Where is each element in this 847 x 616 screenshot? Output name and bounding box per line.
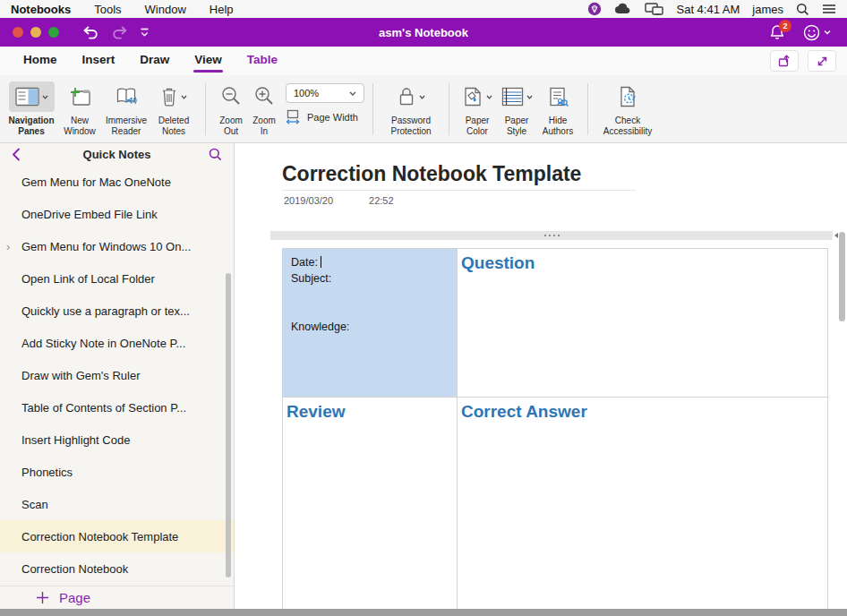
menubar-menu-item[interactable]: Window [145,3,186,16]
text-cursor [321,256,321,268]
displays-icon[interactable] [645,3,663,16]
back-button[interactable] [12,148,21,161]
page-list-item[interactable]: › Draw with Gem's Ruler [0,359,234,391]
redo-icon[interactable] [111,26,128,39]
notification-center-icon[interactable] [822,4,836,14]
menubar-menu-item[interactable]: Help [210,3,234,16]
page-item-label: Gem Menu for Mac OneNote [21,175,171,189]
add-page-label: Page [59,590,90,605]
zoom-level-value: 100% [294,88,319,98]
customize-toolbar-icon[interactable] [140,28,150,38]
add-page-button[interactable]: Page [0,586,234,609]
paper-style-button[interactable]: Paper Style [497,81,536,136]
close-window-button[interactable] [13,27,23,38]
share-button[interactable] [770,50,799,72]
page-item-label: Phonetics [21,466,73,479]
button-label: Navigation Panes [5,116,57,136]
ribbon-tab[interactable]: Table [235,47,290,75]
feedback-smiley-icon[interactable] [803,24,831,41]
page-list-item[interactable]: › Phonetics [0,456,234,488]
search-icon[interactable] [209,148,222,161]
page-list-item[interactable]: › Correction Notebook Template [0,520,234,552]
correct-answer-heading: Correct Answer [461,402,587,421]
gem-icon[interactable] [587,2,602,16]
page-item-label: Draw with Gem's Ruler [21,369,141,382]
page-list-item[interactable]: › Correction Notebook [0,552,234,585]
notifications-bell-icon[interactable]: 2 [769,24,785,40]
ribbon-tabbar: HomeInsertDrawViewTable [0,47,847,75]
hide-authors-icon [547,86,569,107]
page-title[interactable]: Correction Notebook Template [282,162,581,186]
menubar-clock[interactable]: Sat 4:41 AM [676,3,740,16]
page-list-item[interactable]: › OneDrive Embed File Link [0,198,234,230]
button-label: Deleted Notes [150,116,197,136]
undo-icon[interactable] [82,26,99,39]
paper-style-icon [501,87,524,107]
deleted-notes-button[interactable]: Deleted Notes [150,81,197,136]
chevron-down-icon [486,95,492,99]
ribbon-tab[interactable]: View [182,47,235,75]
deleted-notes-icon [160,86,178,107]
button-label: Zoom Out [214,116,248,136]
page-list-item[interactable]: › Insert Highlight Code [0,424,234,456]
button-label: Check Accessibility [596,116,659,136]
table-cell-correct-answer[interactable]: Correct Answer [458,398,827,609]
page-list-item[interactable]: › Gem Menu for Windows 10 On... [0,230,234,262]
chevron-right-icon[interactable]: › [6,240,10,253]
quick-access-toolbar [82,26,150,39]
fullscreen-button[interactable] [808,50,836,72]
button-label: Paper Style [497,116,536,136]
table-cell-review[interactable]: Review [283,398,458,609]
section-title: Quick Notes [83,148,151,161]
ribbon-tab[interactable]: Insert [70,47,128,75]
page-list-item[interactable]: › Table of Contents of Section P... [0,391,234,424]
page-list-item[interactable]: › Add Sticky Note in OneNote P... [0,327,234,359]
knowledge-label: Knowledge: [291,319,449,335]
page-list-item[interactable]: › Gem Menu for Mac OneNote [0,166,234,198]
notification-badge: 2 [779,20,791,32]
minimize-window-button[interactable] [30,27,41,38]
zoom-in-icon [253,86,275,107]
page-list-item[interactable]: › Quickly use a paragraph or tex... [0,295,234,327]
navigation-panes-button[interactable]: Navigation Panes [5,81,57,136]
page-list-item[interactable]: › Scan [0,488,234,520]
table-cell-question[interactable]: Question [458,249,827,398]
zoom-in-button[interactable]: Zoom In [248,81,280,136]
new-window-button[interactable]: New Window [57,81,102,136]
menubar-user[interactable]: james [752,3,783,16]
chevron-down-icon [824,30,831,35]
note-container-handle[interactable] [270,231,833,240]
zoom-out-button[interactable]: Zoom Out [214,81,248,136]
zoom-out-icon [220,86,242,107]
button-label: Paper Color [458,116,497,136]
navigation-panes-icon [15,87,39,107]
spotlight-search-icon[interactable] [796,3,809,16]
titlebar-actions: 2 [769,24,834,41]
title-divider [282,190,636,191]
zoom-window-button[interactable] [48,27,59,38]
hide-authors-button[interactable]: Hide Authors [536,81,579,136]
table-cell-info[interactable]: Date: Subject: Knowledge: [283,249,458,398]
macos-menubar: NotebooksToolsWindowHelp Sat 4:41 AM jam… [0,0,847,18]
page-item-label: Insert Highlight Code [21,433,130,447]
page-item-label: Quickly use a paragraph or tex... [21,304,190,318]
page-item-label: OneDrive Embed File Link [21,208,158,221]
ribbon-tab[interactable]: Home [11,47,70,75]
zoom-level-select[interactable]: 100% [286,83,364,103]
page-list-item[interactable]: › Open Link of Local Folder [0,262,234,295]
page-width-button[interactable]: Page Width [286,109,364,124]
new-window-icon [68,86,91,107]
immersive-reader-button[interactable]: Immersive Reader [102,81,150,136]
password-protection-button[interactable]: Password Protection [381,81,441,136]
paper-color-button[interactable]: Paper Color [458,81,497,136]
menubar-menu-item[interactable]: Notebooks [11,3,71,16]
ribbon-tab[interactable]: Draw [127,47,182,75]
chevron-down-icon [526,95,533,99]
check-accessibility-button[interactable]: Check Accessibility [596,81,659,136]
sidebar-scrollbar[interactable] [226,273,231,578]
menubar-menu-item[interactable]: Tools [94,3,121,16]
review-heading: Review [287,402,345,421]
chevron-down-icon [349,91,356,96]
page-scrollbar[interactable] [839,232,845,321]
cloud-icon[interactable] [614,3,632,15]
